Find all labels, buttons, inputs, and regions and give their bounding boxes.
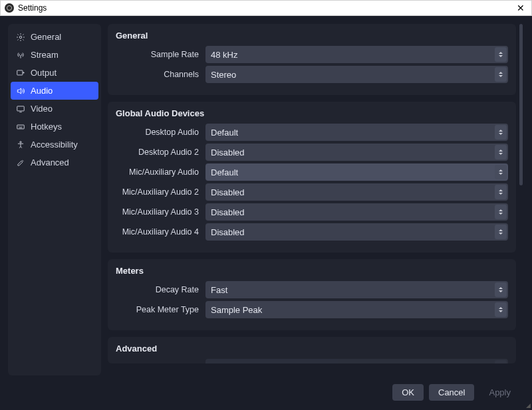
sidebar-item-label: Output	[31, 68, 57, 78]
app-icon	[5, 3, 14, 13]
keyboard-icon	[16, 122, 25, 132]
label-sample-rate: Sample Rate	[116, 50, 205, 59]
select-peak-meter-type[interactable]: Sample Peak	[205, 301, 508, 318]
svg-rect-3	[17, 125, 25, 129]
spinner-icon[interactable]	[495, 47, 507, 62]
monitor-icon	[16, 104, 25, 114]
spinner-icon[interactable]	[495, 185, 507, 199]
sidebar-item-label: General	[31, 32, 61, 42]
select-mic-aux-audio[interactable]: Default	[205, 163, 508, 181]
label-channels: Channels	[116, 70, 205, 79]
select-hidden[interactable]	[205, 359, 508, 363]
select-decay-rate[interactable]: Fast	[205, 281, 508, 298]
select-desktop-audio[interactable]: Default	[205, 124, 508, 141]
select-mic-aux-audio-4[interactable]: Disabled	[205, 223, 508, 241]
spinner-icon[interactable]	[495, 282, 507, 297]
svg-rect-1	[17, 70, 23, 74]
spinner-icon[interactable]	[495, 67, 507, 82]
sidebar-item-label: Hotkeys	[31, 122, 62, 132]
select-channels[interactable]: Stereo	[205, 66, 508, 83]
spinner-icon[interactable]	[495, 165, 507, 179]
settings-sidebar: General Stream Output Audio Video Hotkey…	[8, 24, 101, 375]
panel-title: Global Audio Devices	[116, 108, 508, 118]
panel-general: General Sample Rate 48 kHz Channels Ster…	[108, 24, 516, 95]
sidebar-item-label: Advanced	[31, 157, 69, 167]
window-title: Settings	[18, 3, 47, 13]
svg-point-0	[19, 36, 22, 39]
label-mic-aux-audio-3: Mic/Auxiliary Audio 3	[116, 207, 205, 217]
panel-title: General	[116, 31, 508, 41]
svg-rect-2	[17, 106, 25, 110]
spinner-icon[interactable]	[495, 302, 507, 317]
tools-icon	[16, 158, 25, 167]
scrollbar[interactable]	[519, 24, 524, 375]
label-decay-rate: Decay Rate	[116, 285, 205, 294]
output-icon	[16, 68, 25, 78]
select-mic-aux-audio-3[interactable]: Disabled	[205, 203, 508, 221]
ok-button[interactable]: OK	[392, 384, 424, 401]
accessibility-icon	[16, 140, 25, 150]
resize-grip-icon[interactable]: ◢	[526, 402, 531, 409]
label-peak-meter-type: Peak Meter Type	[116, 305, 205, 314]
apply-button: Apply	[479, 384, 520, 401]
select-mic-aux-audio-2[interactable]: Disabled	[205, 183, 508, 201]
label-mic-aux-audio-2: Mic/Auxiliary Audio 2	[116, 187, 205, 197]
select-desktop-audio-2[interactable]: Disabled	[205, 144, 508, 161]
panel-meters: Meters Decay Rate Fast Peak Meter Type S…	[108, 259, 516, 330]
panel-title: Meters	[116, 266, 508, 276]
sidebar-item-audio[interactable]: Audio	[11, 82, 98, 100]
spinner-icon[interactable]	[495, 145, 507, 159]
dialog-footer: OK Cancel Apply	[8, 375, 524, 402]
sidebar-item-label: Audio	[31, 86, 53, 96]
sidebar-item-stream[interactable]: Stream	[8, 46, 101, 64]
sidebar-item-label: Stream	[31, 50, 59, 60]
spinner-icon[interactable]	[495, 225, 507, 239]
label-mic-aux-audio-4: Mic/Auxiliary Audio 4	[116, 227, 205, 237]
svg-point-4	[20, 141, 21, 142]
panel-advanced: Advanced	[108, 337, 516, 363]
label-desktop-audio: Desktop Audio	[116, 128, 205, 137]
spinner-icon[interactable]	[495, 360, 507, 363]
sidebar-item-general[interactable]: General	[8, 28, 101, 46]
antenna-icon	[16, 51, 25, 60]
gear-icon	[16, 33, 25, 42]
cancel-button[interactable]: Cancel	[429, 384, 474, 401]
sidebar-item-hotkeys[interactable]: Hotkeys	[8, 118, 101, 136]
sidebar-item-output[interactable]: Output	[8, 64, 101, 82]
label-mic-aux-audio: Mic/Auxiliary Audio	[116, 167, 205, 177]
sidebar-item-accessibility[interactable]: Accessibility	[8, 136, 101, 154]
speaker-icon	[16, 86, 25, 96]
panel-global-audio-devices: Global Audio Devices Desktop Audio Defau…	[108, 102, 516, 253]
scroll-thumb[interactable]	[519, 24, 523, 185]
panel-title: Advanced	[116, 344, 508, 354]
close-icon[interactable]: ✕	[514, 3, 527, 13]
select-sample-rate[interactable]: 48 kHz	[205, 46, 508, 63]
label-desktop-audio-2: Desktop Audio 2	[116, 148, 205, 157]
sidebar-item-label: Accessibility	[31, 140, 78, 150]
sidebar-item-video[interactable]: Video	[8, 100, 101, 118]
sidebar-item-advanced[interactable]: Advanced	[8, 154, 101, 171]
settings-content: General Sample Rate 48 kHz Channels Ster…	[108, 24, 519, 375]
sidebar-item-label: Video	[31, 104, 53, 114]
titlebar: Settings ✕	[0, 0, 532, 16]
spinner-icon[interactable]	[495, 125, 507, 140]
spinner-icon[interactable]	[495, 205, 507, 219]
